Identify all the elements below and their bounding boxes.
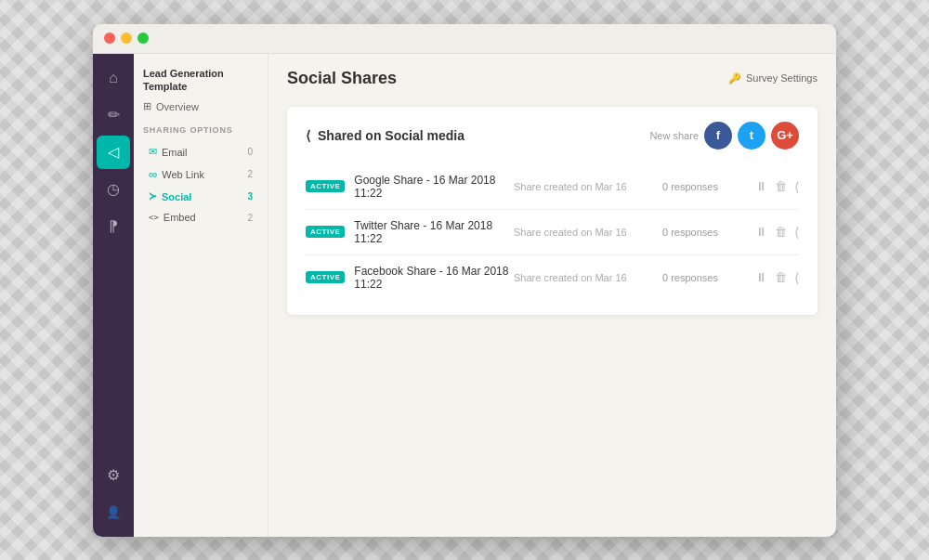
card-header: ⟨ Shared on Social media New share f t G… [306,122,799,150]
survey-settings-label: Survey Settings [746,72,818,84]
email-label: Email [162,147,188,158]
facebook-share-button[interactable]: f [704,122,732,150]
new-share-label: New share [649,130,699,141]
delete-button[interactable]: 🗑 [775,179,787,193]
status-badge: ACTIVE [306,180,345,192]
sidebar-nav: ⌂ ✏ ◁ ◷ ⁋ ⚙ 👤 [93,54,134,537]
secondary-sidebar: Lead Generation Template ⊞ Overview SHAR… [134,54,268,537]
share-name: Twitter Share - 16 Mar 2018 11:22 [354,219,514,245]
app-body: ⌂ ✏ ◁ ◷ ⁋ ⚙ 👤 Lead Generation Template ⊞… [93,54,836,537]
share-name: Facebook Share - 16 Mar 2018 11:22 [354,265,514,291]
sidebar-item-email[interactable]: ✉ Email 0 [143,142,258,162]
nav-share[interactable]: ◁ [97,136,130,169]
share-name: Google Share - 16 Mar 2018 11:22 [354,174,514,200]
main-header: Social Shares 🔑 Survey Settings [287,69,818,88]
share-button[interactable]: ⟨ [794,179,799,194]
close-button[interactable] [104,33,115,44]
project-title: Lead Generation Template [143,67,258,94]
email-count: 0 [247,147,253,157]
app-window: ⌂ ✏ ◁ ◷ ⁋ ⚙ 👤 Lead Generation Template ⊞… [93,24,836,537]
titlebar [93,24,836,54]
delete-button[interactable]: 🗑 [775,225,787,239]
social-icon: ≺ [149,190,157,202]
status-badge: ACTIVE [306,226,345,238]
twitter-share-button[interactable]: t [738,122,765,150]
main-content: Social Shares 🔑 Survey Settings ⟨ Shared… [268,54,836,537]
social-count: 3 [247,191,253,202]
social-buttons: New share f t G+ [649,122,799,150]
share-created: Share created on Mar 16 [514,227,662,238]
table-row: ACTIVE Facebook Share - 16 Mar 2018 11:2… [306,255,799,300]
share-icon: ⟨ [306,128,310,143]
embed-label: Embed [164,212,196,223]
sidebar-item-embed[interactable]: <> Embed 2 [143,208,258,227]
row-actions: ⏸ 🗑 ⟨ [755,270,799,285]
table-row: ACTIVE Google Share - 16 Mar 2018 11:22 … [306,164,799,210]
response-count: 0 responses [662,181,755,192]
share-created: Share created on Mar 16 [514,181,662,192]
nav-home[interactable]: ⌂ [97,61,130,95]
page-title: Social Shares [287,69,397,88]
sharing-options-label: SHARING OPTIONS [143,125,258,135]
survey-settings-button[interactable]: 🔑 Survey Settings [728,72,818,85]
card-title-text: Shared on Social media [318,128,464,143]
minimize-button[interactable] [121,33,132,44]
nav-avatar[interactable]: 👤 [97,496,130,529]
share-button[interactable]: ⟨ [794,225,799,240]
social-shares-card: ⟨ Shared on Social media New share f t G… [287,107,818,315]
nav-settings[interactable]: ⚙ [97,459,130,492]
pause-button[interactable]: ⏸ [755,179,767,193]
sidebar-item-weblink[interactable]: ∞ Web Link 2 [143,163,258,185]
pause-button[interactable]: ⏸ [755,225,767,239]
overview-label: Overview [156,101,199,112]
share-created: Share created on Mar 16 [514,272,662,283]
response-count: 0 responses [662,272,755,283]
grid-icon: ⊞ [143,100,151,112]
google-share-button[interactable]: G+ [771,122,799,150]
status-badge: ACTIVE [306,271,345,283]
overview-link[interactable]: ⊞ Overview [143,100,258,112]
weblink-icon: ∞ [149,167,157,181]
row-actions: ⏸ 🗑 ⟨ [755,179,799,194]
pause-button[interactable]: ⏸ [755,270,767,284]
delete-button[interactable]: 🗑 [775,270,787,284]
card-title: ⟨ Shared on Social media [306,128,464,143]
table-row: ACTIVE Twitter Share - 16 Mar 2018 11:22… [306,210,799,255]
row-actions: ⏸ 🗑 ⟨ [755,225,799,240]
nav-users[interactable]: ⁋ [97,210,130,243]
nav-edit[interactable]: ✏ [97,98,130,132]
embed-icon: <> [149,213,159,222]
email-icon: ✉ [149,146,157,158]
embed-count: 2 [247,213,253,223]
weblink-count: 2 [247,169,253,179]
response-count: 0 responses [662,227,755,238]
maximize-button[interactable] [137,33,149,44]
traffic-lights [104,33,149,44]
key-icon: 🔑 [728,72,741,85]
sidebar-item-social[interactable]: ≺ Social 3 [143,187,258,206]
weblink-label: Web Link [162,169,204,180]
nav-clock[interactable]: ◷ [97,173,130,206]
share-button[interactable]: ⟨ [794,270,799,285]
social-label: Social [162,191,191,202]
